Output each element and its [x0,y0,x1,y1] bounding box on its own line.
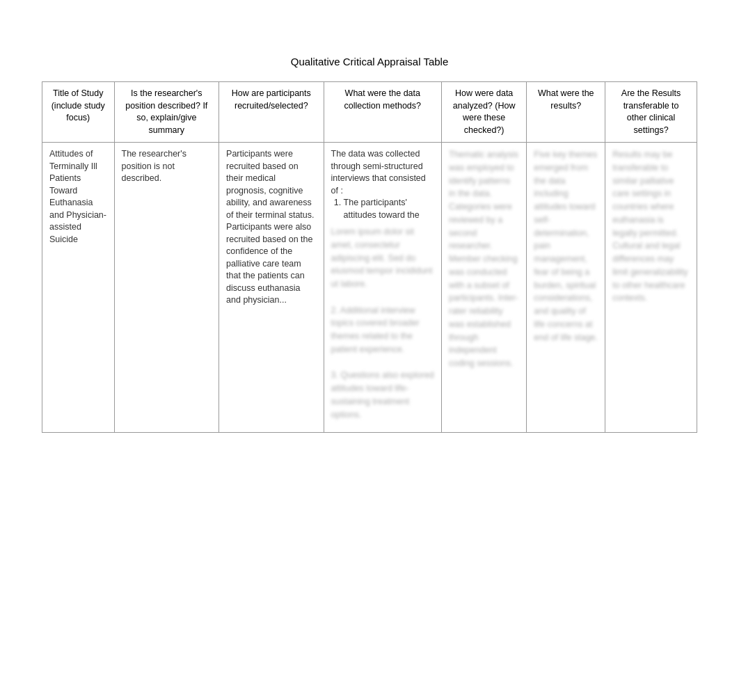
cell-participants: Participants were recruited based on the… [219,143,324,433]
header-transferable: Are the Results transferable to other cl… [605,82,697,143]
page-container: Qualitative Critical Appraisal Table Tit… [0,0,739,461]
list-item: The participants' attitudes toward the [344,197,434,221]
header-how-analyzed: How were data analyzed? (How were these … [441,82,526,143]
cell-researcher: The researcher's position is not describ… [114,143,219,433]
data-collection-list: The participants' attitudes toward the [344,197,434,221]
page-title: Qualitative Critical Appraisal Table [42,56,697,67]
header-researcher: Is the researcher's position described? … [114,82,219,143]
header-row: Title of Study (include study focus) Is … [42,82,697,143]
cell-how-analyzed: Thematic analysis was employed to identi… [441,143,526,433]
header-results: What were the results? [527,82,605,143]
header-participants: How are participants recruited/selected? [219,82,324,143]
cell-title: Attitudes of Terminally Ill Patients Tow… [42,143,115,433]
cell-results: Five key themes emerged from the data in… [527,143,605,433]
blurred-data-content: Lorem ipsum dolor sit amet, consectetur … [331,225,434,421]
header-title: Title of Study (include study focus) [42,82,115,143]
cell-data-collection: The data was collected through semi-stru… [324,143,441,433]
appraisal-table: Title of Study (include study focus) Is … [42,81,697,433]
table-row: Attitudes of Terminally Ill Patients Tow… [42,143,697,433]
header-data-collection: What were the data collection methods? [324,82,441,143]
cell-transferable: Results may be transferable to similar p… [605,143,697,433]
